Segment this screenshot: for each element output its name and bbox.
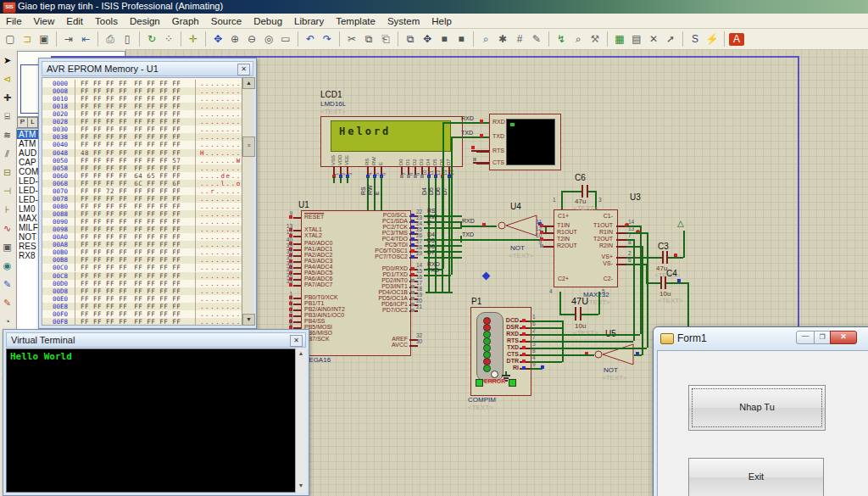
scroll-up-arrow[interactable]: ▲ <box>296 350 306 359</box>
memory-row-hex: FF FF FF FF <box>75 264 127 271</box>
u1-pin-name: RESET <box>304 214 324 220</box>
wire <box>530 320 562 322</box>
memory-row-hex: FF FF FF FF <box>134 241 181 248</box>
net-label: RXD <box>427 261 440 267</box>
memory-window-close-button[interactable]: ✕ <box>237 64 250 75</box>
virtual-terminal-title[interactable]: Virtual Terminal <box>6 332 306 348</box>
p1-error-led <box>509 379 516 387</box>
lcd-pin-name: RW <box>371 153 378 165</box>
c6-text-placeholder: <TEXT> <box>573 204 598 212</box>
memory-row: 0008FF FF FF FFFF FF FF FF........ <box>42 87 253 95</box>
minimize-button[interactable]: — <box>796 331 815 344</box>
memory-row-address: 00C8 <box>42 272 68 280</box>
u1-pin-name: PC5/TDI <box>333 242 408 248</box>
memory-row-hex: FF FF FF FF <box>75 210 127 218</box>
virtual-terminal-window[interactable]: Virtual Terminal✕Hello World▲▼ <box>3 329 309 496</box>
selector-l-button[interactable]: L <box>27 117 38 128</box>
u3-text-placeholder: <TEXT> <box>585 298 610 306</box>
memory-scrollbar[interactable]: ▲≡▼ <box>242 77 253 326</box>
pin-marker <box>522 326 526 329</box>
exit-button[interactable]: Exit <box>688 458 824 496</box>
close-button[interactable]: ✕ <box>830 331 857 344</box>
form1-client-area: Nhap TuExit <box>657 350 868 496</box>
pin-marker <box>411 249 415 253</box>
terminal-text: Hello World <box>10 351 72 362</box>
scroll-up-arrow[interactable]: ▲ <box>242 77 255 89</box>
memory-row-hex: 48 FF FF FF <box>75 149 127 157</box>
scene-layer: PLATMATMAUDCAPCOMLED-LED-LED-LM0MAXMILFN… <box>0 0 868 496</box>
vterm-cursor <box>510 123 515 126</box>
pin-marker <box>540 244 543 248</box>
memory-row-hex: FF FF FF FF <box>75 87 127 95</box>
virtual-terminal-close-button[interactable]: ✕ <box>290 335 303 347</box>
memory-row: 00E0FF FF FF FFFF FF FF FF........ <box>42 295 253 303</box>
c6-ref: C6 <box>575 173 586 182</box>
u1-pin-number: 28 <box>416 244 422 250</box>
pin-marker <box>411 226 415 229</box>
scroll-down-arrow[interactable]: ▼ <box>242 314 255 326</box>
wire <box>530 327 562 329</box>
form1-title-bar[interactable]: Form1—❐✕ <box>654 327 868 350</box>
memory-row-hex: FF FF FF FF <box>134 95 181 103</box>
memory-row: 00A8FF FF FF FFFF FF FF FF........ <box>42 241 253 248</box>
terminal-scrollbar[interactable]: ▲▼ <box>295 348 306 493</box>
memory-row-hex: FF FF FF FF <box>75 172 127 180</box>
u1-pin-name: XTAL1 <box>304 226 322 232</box>
memory-row-hex: FF FF FF FF <box>75 218 127 226</box>
memory-window[interactable]: AVR EPROM Memory - U1✕0000FF FF FF FFFF … <box>38 58 257 329</box>
memory-row-hex: FF FF FF FF <box>75 303 127 310</box>
u1-pin-number: 15 <box>416 268 422 274</box>
memory-window-title[interactable]: AVR EPROM Memory - U1 <box>42 61 253 76</box>
focus-rect <box>692 388 822 427</box>
pin-marker <box>471 146 475 149</box>
pin-marker <box>473 158 476 161</box>
memory-row-hex: 6C FF FF 6F <box>134 180 181 187</box>
lcd-pin-name: E <box>378 153 385 165</box>
pin-marker <box>411 279 415 282</box>
memory-row-address: 0010 <box>42 95 68 103</box>
memory-row-address: 00C0 <box>42 264 68 271</box>
memory-row-address: 0098 <box>42 226 68 233</box>
form1-window[interactable]: Form1—❐✕Nhap TuExit <box>653 326 868 496</box>
pin-stub <box>293 285 301 287</box>
scroll-thumb[interactable]: ≡ <box>242 137 255 157</box>
wire <box>340 176 342 183</box>
memory-row-address: 00E8 <box>42 303 68 310</box>
wire <box>461 226 497 227</box>
memory-row-hex: FF FF FF FF <box>75 280 127 287</box>
p1-pin-name: RXD <box>504 331 519 337</box>
u1-pin-name: PA2/ADC2 <box>304 252 332 258</box>
folder-icon <box>660 333 674 344</box>
pin-marker <box>411 303 415 306</box>
u1-pin-number: 14 <box>416 262 422 268</box>
memory-row: 00F0FF FF FF FFFF FF FF FF........ <box>42 310 253 318</box>
u1-pin-name: PD3/INT1 <box>333 283 408 289</box>
c5-text-placeholder: <TEXT> <box>573 329 598 337</box>
virtual-terminal-screen[interactable]: Hello World <box>6 348 296 493</box>
memory-row-hex: FF FF FF FF <box>134 110 181 118</box>
memory-row-hex: FF FF FF FF <box>75 141 127 148</box>
memory-row: 0000FF FF FF FFFF FF FF FF........ <box>42 80 253 87</box>
lcd-pin-name: D1 <box>405 153 412 165</box>
u1-pin-name: XTAL2 <box>304 232 322 238</box>
pin-stub <box>616 239 626 241</box>
maximize-button[interactable]: ❐ <box>814 331 831 344</box>
nhap-tu-button[interactable]: Nhap Tu <box>688 385 826 431</box>
net-label: TXD <box>427 267 439 273</box>
wire <box>561 191 563 209</box>
scroll-down-arrow[interactable]: ▼ <box>296 482 306 491</box>
wire <box>633 239 635 341</box>
u1-pin-name: PA1/ADC1 <box>304 246 332 252</box>
memory-row-hex: FF FF FF FF <box>75 133 127 141</box>
memory-row-hex: FF FF FF FF <box>75 248 127 256</box>
u3-pin-name: T1OUT <box>579 222 613 228</box>
lcd-pin-name: VSS <box>331 153 337 165</box>
memory-row: 00D0FF FF FF FFFF FF FF FF........ <box>42 280 253 287</box>
memory-row-hex: FF FF FF FF <box>134 195 181 203</box>
pin-marker <box>480 120 483 123</box>
memory-row-address: 0048 <box>42 149 68 157</box>
u5-not-gate[interactable] <box>593 343 637 366</box>
pin-marker <box>411 214 415 217</box>
memory-row-address: 0040 <box>42 141 68 148</box>
u5-text-placeholder: <TEXT> <box>602 374 627 382</box>
